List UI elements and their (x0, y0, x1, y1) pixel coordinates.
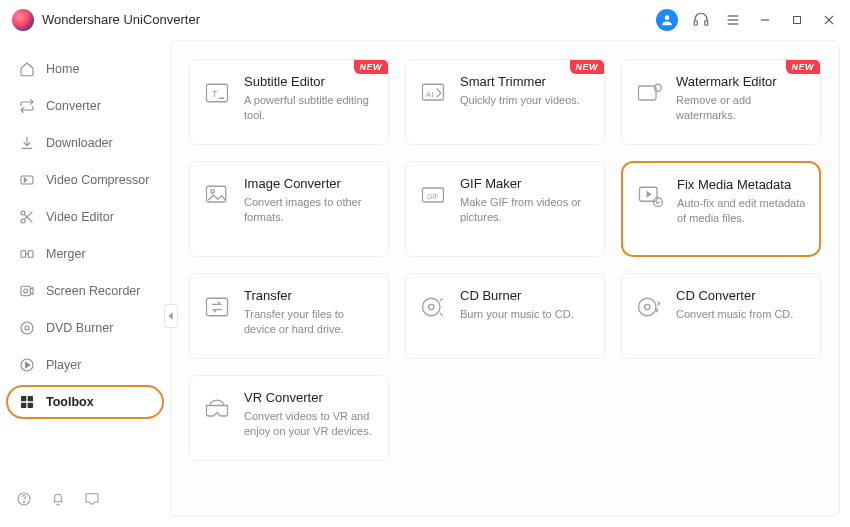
vr-icon (202, 394, 232, 424)
sidebar-item-player[interactable]: Player (6, 348, 164, 382)
new-badge: NEW (354, 60, 389, 74)
app-logo-icon (12, 9, 34, 31)
card-gif-maker[interactable]: GIF GIF Maker Make GIF from videos or pi… (405, 161, 605, 257)
sidebar-item-toolbox[interactable]: Toolbox (6, 385, 164, 419)
svg-rect-24 (28, 396, 33, 401)
sidebar-item-label: Video Compressor (46, 173, 149, 187)
bell-icon[interactable] (50, 491, 66, 507)
card-title: CD Converter (676, 288, 793, 303)
svg-point-43 (423, 298, 441, 316)
main-content: NEW T Subtitle Editor A powerful subtitl… (170, 40, 840, 517)
home-icon (18, 61, 36, 77)
card-desc: A powerful subtitle editing tool. (244, 93, 376, 123)
card-title: GIF Maker (460, 176, 592, 191)
window-minimize-button[interactable] (756, 11, 774, 29)
card-title: Image Converter (244, 176, 376, 191)
card-title: Watermark Editor (676, 74, 808, 89)
user-avatar-icon[interactable] (656, 9, 678, 31)
scissors-icon (18, 209, 36, 225)
sidebar-item-label: Player (46, 358, 81, 372)
svg-rect-34 (639, 86, 657, 100)
card-desc: Convert music from CD. (676, 307, 793, 322)
sidebar-item-home[interactable]: Home (6, 52, 164, 86)
svg-point-11 (21, 211, 25, 215)
svg-point-19 (24, 289, 28, 293)
svg-point-44 (429, 304, 434, 309)
svg-rect-25 (21, 403, 26, 408)
image-icon (202, 180, 232, 210)
sidebar-item-merger[interactable]: Merger (6, 237, 164, 271)
svg-rect-42 (207, 298, 228, 316)
svg-point-12 (21, 219, 25, 223)
sidebar-item-screen-recorder[interactable]: Screen Recorder (6, 274, 164, 308)
sidebar-item-label: Converter (46, 99, 101, 113)
card-cd-burner[interactable]: CD Burner Burn your music to CD. (405, 273, 605, 359)
svg-rect-2 (705, 20, 708, 25)
headset-icon[interactable] (692, 11, 710, 29)
svg-rect-1 (694, 20, 697, 25)
compress-icon (18, 172, 36, 188)
sidebar-collapse-handle[interactable] (164, 304, 178, 328)
card-title: Transfer (244, 288, 376, 303)
sidebar-item-label: Video Editor (46, 210, 114, 224)
card-title: VR Converter (244, 390, 376, 405)
subtitle-icon: T (202, 78, 232, 108)
trimmer-icon: AI (418, 78, 448, 108)
svg-text:AI: AI (426, 90, 433, 99)
app-title: Wondershare UniConverter (42, 12, 200, 27)
help-icon[interactable] (16, 491, 32, 507)
menu-icon[interactable] (724, 11, 742, 29)
sidebar-item-label: DVD Burner (46, 321, 113, 335)
svg-rect-7 (794, 16, 801, 23)
feedback-icon[interactable] (84, 491, 100, 507)
svg-point-21 (25, 326, 29, 330)
sidebar-item-converter[interactable]: Converter (6, 89, 164, 123)
card-smart-trimmer[interactable]: NEW AI Smart Trimmer Quickly trim your v… (405, 59, 605, 145)
transfer-icon (202, 292, 232, 322)
watermark-icon (634, 78, 664, 108)
metadata-icon (635, 181, 665, 211)
svg-rect-23 (21, 396, 26, 401)
svg-rect-26 (28, 403, 33, 408)
card-fix-media-metadata[interactable]: Fix Media Metadata Auto-fix and edit met… (621, 161, 821, 257)
card-watermark-editor[interactable]: NEW Watermark Editor Remove or add water… (621, 59, 821, 145)
card-desc: Convert images to other formats. (244, 195, 376, 225)
window-close-button[interactable] (820, 11, 838, 29)
play-icon (18, 357, 36, 373)
titlebar: Wondershare UniConverter (0, 0, 850, 40)
sidebar-item-label: Screen Recorder (46, 284, 141, 298)
card-subtitle-editor[interactable]: NEW T Subtitle Editor A powerful subtitl… (189, 59, 389, 145)
sidebar-item-label: Home (46, 62, 79, 76)
sidebar-item-dvd-burner[interactable]: DVD Burner (6, 311, 164, 345)
card-desc: Transfer your files to device or hard dr… (244, 307, 376, 337)
window-maximize-button[interactable] (788, 11, 806, 29)
card-vr-converter[interactable]: VR Converter Convert videos to VR and en… (189, 375, 389, 461)
gif-icon: GIF (418, 180, 448, 210)
card-desc: Auto-fix and edit metadata of media file… (677, 196, 807, 226)
disc-icon (18, 320, 36, 336)
card-desc: Convert videos to VR and enjoy on your V… (244, 409, 376, 439)
sidebar-item-label: Merger (46, 247, 86, 261)
download-icon (18, 135, 36, 151)
svg-rect-15 (21, 251, 26, 258)
sidebar-item-label: Toolbox (46, 395, 94, 409)
svg-point-37 (211, 190, 215, 194)
card-transfer[interactable]: Transfer Transfer your files to device o… (189, 273, 389, 359)
card-desc: Make GIF from videos or pictures. (460, 195, 592, 225)
svg-point-0 (665, 15, 670, 20)
card-desc: Quickly trim your videos. (460, 93, 580, 108)
svg-text:T: T (212, 88, 218, 99)
card-desc: Remove or add watermarks. (676, 93, 808, 123)
svg-point-20 (21, 322, 33, 334)
sidebar-item-video-compressor[interactable]: Video Compressor (6, 163, 164, 197)
sidebar-item-video-editor[interactable]: Video Editor (6, 200, 164, 234)
grid-icon (18, 394, 36, 410)
sidebar-item-label: Downloader (46, 136, 113, 150)
svg-point-28 (23, 502, 24, 503)
svg-rect-18 (21, 286, 30, 295)
sidebar: Home Converter Downloader Video Compress… (0, 40, 170, 527)
sidebar-item-downloader[interactable]: Downloader (6, 126, 164, 160)
card-title: CD Burner (460, 288, 574, 303)
card-cd-converter[interactable]: CD Converter Convert music from CD. (621, 273, 821, 359)
card-image-converter[interactable]: Image Converter Convert images to other … (189, 161, 389, 257)
